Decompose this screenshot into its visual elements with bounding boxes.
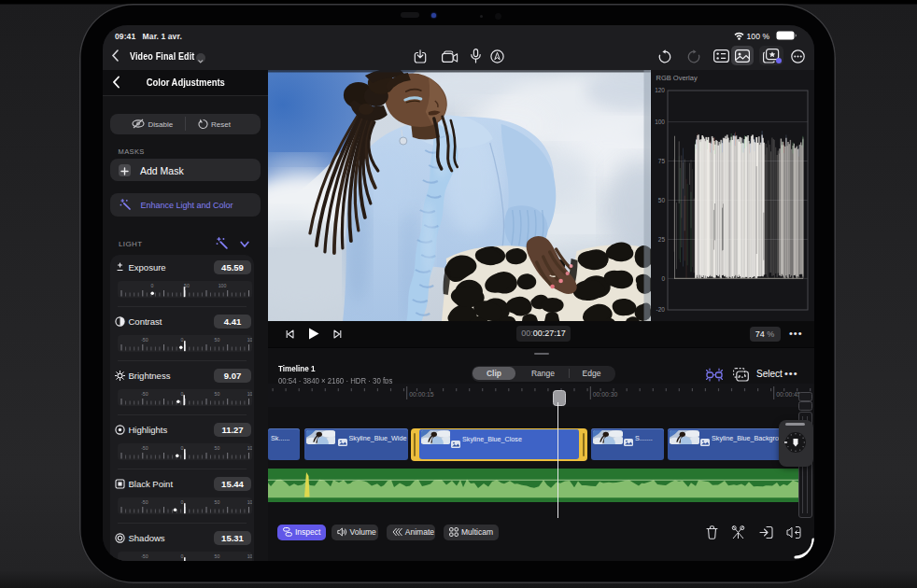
svg-text:-50: -50 <box>141 391 148 397</box>
svg-text:0: 0 <box>661 274 665 281</box>
svg-text:-20: -20 <box>656 306 665 313</box>
svg-text:50: 50 <box>657 196 665 203</box>
svg-text:100: 100 <box>247 391 252 397</box>
svg-text:-50: -50 <box>141 445 148 451</box>
svg-text:-50: -50 <box>141 499 148 505</box>
svg-text:00:00:15: 00:00:15 <box>409 391 434 398</box>
svg-text:100: 100 <box>247 499 252 505</box>
svg-text:50: 50 <box>215 445 220 451</box>
svg-text:0: 0 <box>180 337 183 343</box>
svg-text:50: 50 <box>215 337 220 343</box>
svg-text:50: 50 <box>215 391 220 397</box>
svg-text:0: 0 <box>180 445 183 451</box>
svg-text:0: 0 <box>180 391 183 397</box>
svg-text:120: 120 <box>655 87 665 93</box>
svg-text:-50: -50 <box>141 553 148 559</box>
svg-text:-50: -50 <box>141 337 148 343</box>
svg-text:100: 100 <box>247 445 252 451</box>
svg-text:50: 50 <box>215 553 220 559</box>
svg-text:100: 100 <box>219 283 227 288</box>
svg-text:0: 0 <box>180 553 183 559</box>
svg-text:100: 100 <box>247 337 252 343</box>
svg-text:100: 100 <box>655 118 665 124</box>
svg-text:00:00:45: 00:00:45 <box>776 391 801 398</box>
svg-text:00:00:30: 00:00:30 <box>593 391 618 398</box>
svg-text:100: 100 <box>247 553 252 559</box>
svg-text:0: 0 <box>180 499 183 505</box>
svg-text:50: 50 <box>215 499 220 505</box>
svg-text:75: 75 <box>657 157 665 163</box>
svg-text:25: 25 <box>657 235 665 242</box>
svg-text:0: 0 <box>151 283 154 288</box>
